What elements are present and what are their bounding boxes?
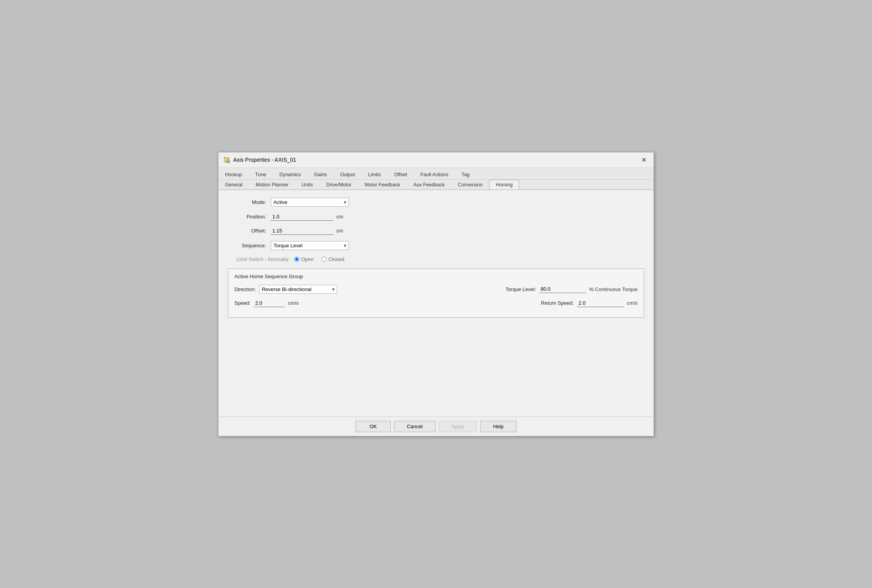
tab-dynamics[interactable]: Dynamics (273, 170, 307, 179)
tab-tune[interactable]: Tune (248, 170, 273, 179)
radio-open[interactable] (294, 257, 299, 262)
direction-select[interactable]: Reverse Bi-directional Forward Reverse (259, 285, 337, 294)
sequence-select-wrapper: Torque Level Position Index (271, 241, 349, 250)
speed-input[interactable] (254, 299, 285, 307)
svg-point-4 (228, 161, 229, 162)
offset-unit: cm (336, 228, 343, 234)
tab-tag[interactable]: Tag (455, 170, 476, 179)
offset-input[interactable] (271, 227, 333, 235)
torque-level-label: Torque Level: (506, 286, 536, 292)
speed-label: Speed: (234, 300, 250, 306)
speed-unit: cm/s (288, 300, 298, 306)
tab-limits[interactable]: Limits (361, 170, 388, 179)
tab-hookup[interactable]: Hookup (218, 170, 248, 179)
group-box-title: Active Home Sequence Group (234, 273, 638, 279)
window-title: Axis Properties - AXIS_01 (233, 157, 296, 163)
cancel-button[interactable]: Cancel (394, 421, 435, 432)
tab-gains[interactable]: Gains (307, 170, 334, 179)
sequence-label: Sequence: (228, 243, 271, 248)
sequence-select[interactable]: Torque Level Position Index (271, 241, 349, 250)
torque-level-unit: % Continuous Torque (589, 286, 638, 292)
radio-closed-label[interactable]: Closed (322, 256, 344, 262)
position-input[interactable] (271, 213, 333, 221)
tab-fault-actions[interactable]: Fault Actions (414, 170, 455, 179)
tab-units[interactable]: Units (295, 180, 320, 189)
svg-rect-2 (224, 160, 226, 163)
sequence-row: Sequence: Torque Level Position Index (228, 241, 644, 250)
limit-switch-label: Limit Switch - Normally: (228, 256, 294, 262)
mode-label: Mode: (228, 199, 271, 205)
return-speed-unit: cm/s (627, 300, 638, 306)
close-button[interactable]: ✕ (639, 155, 649, 164)
active-home-sequence-group: Active Home Sequence Group Direction: Re… (228, 268, 644, 318)
title-bar-left: Axis Properties - AXIS_01 (223, 156, 296, 163)
radio-closed-text: Closed (329, 256, 344, 262)
tab-conversion[interactable]: Conversion (451, 180, 489, 189)
offset-label: Offset: (228, 228, 271, 234)
radio-open-text: Open (301, 256, 314, 262)
direction-field: Direction: Reverse Bi-directional Forwar… (234, 285, 337, 294)
mode-select[interactable]: Active Passive Absolute (271, 198, 349, 207)
direction-select-wrapper: Reverse Bi-directional Forward Reverse (259, 285, 337, 294)
speed-field: Speed: cm/s (234, 299, 299, 307)
tab-motor-feedback[interactable]: Motor Feedback (358, 180, 407, 189)
torque-level-input[interactable] (539, 285, 586, 293)
tabs-row-1: Hookup Tune Dynamics Gains Output Limits… (218, 168, 654, 179)
apply-button: Apply (439, 421, 477, 432)
ok-button[interactable]: OK (356, 421, 391, 432)
svg-rect-1 (227, 157, 229, 159)
bottom-bar: OK Cancel Apply Help (218, 416, 654, 436)
help-button[interactable]: Help (480, 421, 516, 432)
return-speed-field: Return Speed: cm/s (541, 299, 638, 307)
tab-output[interactable]: Output (334, 170, 362, 179)
tab-drive-motor[interactable]: Drive/Motor (320, 180, 358, 189)
return-speed-input[interactable] (577, 299, 624, 307)
position-row: Position: cm (228, 213, 644, 221)
mode-select-wrapper: Active Passive Absolute (271, 198, 349, 207)
tab-homing[interactable]: Homing (489, 180, 519, 189)
radio-open-label[interactable]: Open (294, 256, 314, 262)
gear-icon (223, 156, 230, 163)
mode-row: Mode: Active Passive Absolute (228, 198, 644, 207)
limit-switch-row: Limit Switch - Normally: Open Closed (228, 256, 644, 262)
svg-rect-0 (224, 157, 226, 159)
limit-switch-radio-group: Open Closed (294, 256, 344, 262)
radio-closed[interactable] (322, 257, 327, 262)
tabs-container: Hookup Tune Dynamics Gains Output Limits… (218, 168, 654, 190)
main-window: Axis Properties - AXIS_01 ✕ Hookup Tune … (218, 152, 654, 436)
tabs-row-2: General Motion Planner Units Drive/Motor… (218, 179, 654, 189)
title-bar: Axis Properties - AXIS_01 ✕ (218, 152, 654, 168)
torque-level-field: Torque Level: % Continuous Torque (506, 285, 638, 293)
tab-motion-planner[interactable]: Motion Planner (249, 180, 295, 189)
offset-row: Offset: cm (228, 227, 644, 235)
position-unit: cm (336, 214, 343, 220)
speed-return-speed-row: Speed: cm/s Return Speed: cm/s (234, 299, 638, 307)
direction-label: Direction: (234, 286, 256, 292)
content-area: Mode: Active Passive Absolute Position: … (218, 190, 654, 416)
tab-general[interactable]: General (218, 180, 249, 189)
return-speed-label: Return Speed: (541, 300, 574, 306)
direction-torque-row: Direction: Reverse Bi-directional Forwar… (234, 285, 638, 294)
position-label: Position: (228, 214, 271, 220)
tab-aux-feedback[interactable]: Aux Feedback (407, 180, 451, 189)
tab-offset[interactable]: Offset (388, 170, 414, 179)
